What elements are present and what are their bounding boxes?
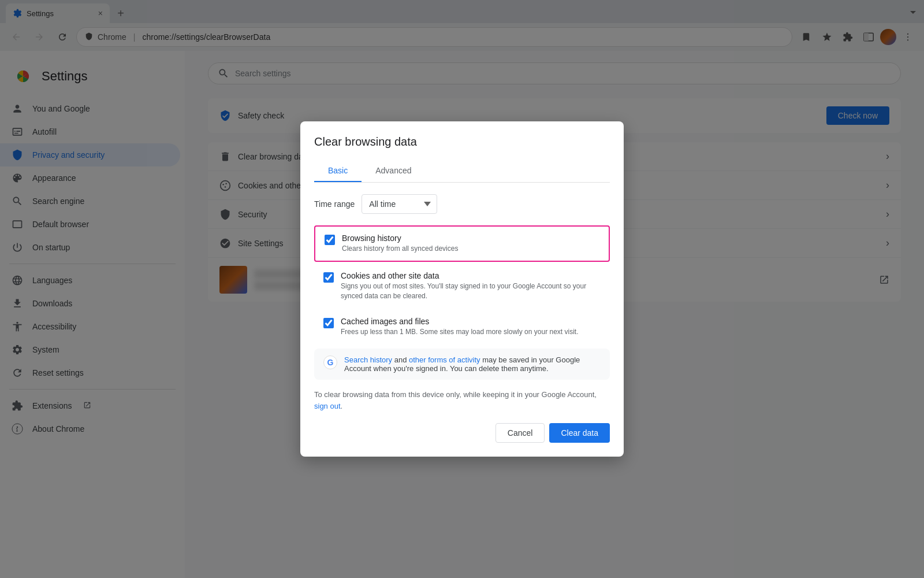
tab-advanced[interactable]: Advanced [362, 160, 425, 182]
cookies-desc: Signs you out of most sites. You'll stay… [341, 281, 601, 301]
browsing-history-title: Browsing history [342, 234, 458, 243]
checkbox-browsing-history-input[interactable] [325, 235, 335, 245]
clear-browsing-dialog: Clear browsing data Basic Advanced Time … [300, 121, 624, 457]
checkbox-cached-input[interactable] [323, 318, 334, 328]
time-range-select[interactable]: Last hour Last 24 hours Last 7 days Last… [362, 194, 437, 214]
sign-out-link[interactable]: sign out [314, 402, 341, 410]
time-range-label: Time range [314, 199, 355, 209]
dialog-tabs: Basic Advanced [314, 160, 610, 183]
other-activity-link[interactable]: other forms of activity [409, 355, 480, 364]
dialog-overlay: Clear browsing data Basic Advanced Time … [0, 0, 924, 578]
footer-period: . [341, 402, 343, 410]
checkbox-cached-content: Cached images and files Frees up less th… [341, 317, 579, 337]
google-g-logo: G [323, 355, 337, 369]
clear-data-button[interactable]: Clear data [549, 423, 610, 443]
cancel-button[interactable]: Cancel [495, 423, 545, 443]
checkbox-cookies-content: Cookies and other site data Signs you ou… [341, 271, 601, 301]
checkbox-browsing-history: Browsing history Clears history from all… [314, 225, 610, 262]
checkbox-browsing-history-content: Browsing history Clears history from all… [342, 234, 458, 254]
checkbox-cookies: Cookies and other site data Signs you ou… [314, 264, 610, 308]
checkbox-cookies-input[interactable] [323, 272, 334, 283]
tab-basic[interactable]: Basic [314, 160, 362, 182]
footer-text-prefix: To clear browsing data from this device … [314, 390, 597, 399]
search-history-link[interactable]: Search history [344, 355, 392, 364]
cached-desc: Frees up less than 1 MB. Some sites may … [341, 327, 579, 337]
dialog-actions: Cancel Clear data [314, 423, 610, 443]
checkbox-cached: Cached images and files Frees up less th… [314, 310, 610, 344]
cached-title: Cached images and files [341, 317, 579, 326]
dialog-footer-text: To clear browsing data from this device … [314, 389, 610, 412]
google-info-text: Search history and other forms of activi… [344, 355, 601, 373]
cookies-title: Cookies and other site data [341, 271, 601, 280]
google-info-row: G Search history and other forms of acti… [314, 349, 610, 380]
time-range-row: Time range Last hour Last 24 hours Last … [314, 194, 610, 214]
google-info-and: and [392, 355, 409, 364]
dialog-title: Clear browsing data [314, 135, 610, 149]
browsing-history-desc: Clears history from all synced devices [342, 244, 458, 254]
